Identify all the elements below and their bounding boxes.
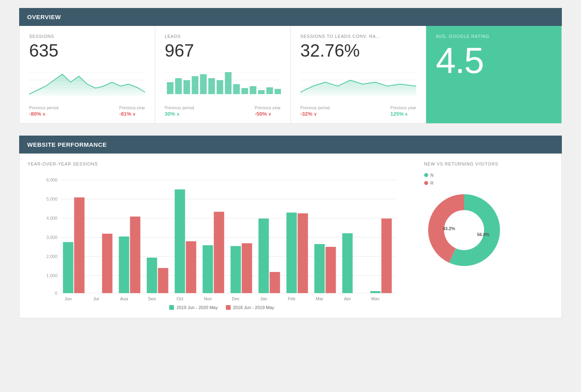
conversion-prev-year-value: 125%: [390, 111, 416, 117]
svg-text:Jun: Jun: [65, 296, 72, 300]
svg-rect-17: [258, 90, 265, 94]
svg-rect-11: [208, 78, 215, 94]
svg-rect-45: [175, 189, 185, 293]
donut-chart: 43.2% 56.8%: [424, 190, 504, 270]
svg-rect-47: [203, 245, 213, 293]
google-rating-label: AVG. GOOGLE RATING: [436, 34, 552, 39]
new-visitors-dot: [424, 173, 428, 177]
leads-period-arrow-up: [176, 111, 180, 117]
sessions-prev-year-value: -81%: [119, 111, 145, 117]
donut-legend-returning: R: [424, 181, 554, 185]
svg-rect-8: [183, 80, 190, 94]
svg-rect-49: [231, 246, 241, 293]
svg-rect-40: [102, 234, 113, 293]
svg-rect-15: [241, 88, 248, 94]
sessions-year-arrow-down: [132, 111, 136, 117]
leads-label: LEADS: [165, 34, 281, 39]
svg-text:5,000: 5,000: [46, 197, 57, 201]
svg-rect-56: [326, 247, 336, 293]
svg-rect-43: [147, 258, 157, 293]
svg-text:Sep: Sep: [148, 296, 156, 300]
conversion-label: SESSIONS TO LEADS CONV. RA...: [300, 34, 417, 39]
returning-visitors-dot: [424, 181, 428, 185]
overview-title: OVERVIEW: [27, 14, 61, 20]
conversion-prev-year: Previous year 125%: [390, 106, 416, 117]
leads-comparison: Previous period 30% Previous year -50%: [165, 106, 281, 117]
performance-section: WEBSITE PERFORMANCE YEAR-OVER-YEAR SESSI…: [19, 136, 562, 318]
sessions-chart: [29, 64, 145, 96]
conversion-prev-period-value: -32%: [300, 111, 330, 117]
svg-rect-19: [275, 89, 281, 94]
svg-rect-50: [242, 243, 252, 293]
leads-chart: [165, 64, 281, 96]
svg-rect-12: [217, 80, 223, 94]
conversion-prev-period-label: Previous period: [300, 106, 330, 110]
svg-text:Jan: Jan: [260, 296, 267, 300]
svg-text:1,000: 1,000: [46, 273, 57, 278]
leads-card: LEADS 967: [155, 26, 291, 123]
svg-text:Mar: Mar: [316, 296, 323, 300]
svg-rect-55: [314, 244, 325, 293]
legend-2019-dot: [169, 305, 174, 310]
new-visitors-label: N: [431, 173, 434, 177]
sessions-prev-period: Previous period -80%: [29, 106, 59, 117]
svg-rect-37: [63, 242, 73, 293]
legend-2018: 2018 Jun - 2019 May: [226, 305, 274, 310]
leads-prev-year: Previous year -50%: [255, 106, 281, 117]
svg-text:Nov: Nov: [204, 296, 212, 300]
svg-rect-46: [186, 241, 196, 293]
sessions-comparison: Previous period -80% Previous year -81%: [29, 106, 145, 117]
leads-prev-year-label: Previous year: [255, 106, 281, 110]
svg-rect-42: [130, 217, 140, 293]
metrics-row: SESSIONS 635: [19, 26, 562, 124]
svg-rect-16: [250, 86, 257, 94]
overview-header: OVERVIEW: [19, 8, 562, 26]
conversion-prev-year-label: Previous year: [390, 106, 416, 110]
svg-text:Apr: Apr: [344, 296, 351, 300]
year-over-year-chart: 6,000 5,000 4,000 3,000 2,000 1,000 0: [28, 173, 416, 300]
conversion-prev-period: Previous period -32%: [300, 106, 330, 117]
svg-text:6,000: 6,000: [46, 177, 57, 182]
legend-2019-label: 2019 Jun - 2020 May: [176, 305, 217, 310]
svg-rect-60: [381, 219, 392, 293]
svg-text:May: May: [371, 296, 379, 300]
sessions-prev-period-label: Previous period: [29, 106, 59, 110]
bar-chart-title: YEAR-OVER-YEAR SESSIONS: [28, 162, 416, 166]
bar-chart-container: YEAR-OVER-YEAR SESSIONS 6,000 5,000 4,00…: [28, 162, 416, 310]
svg-rect-48: [214, 212, 224, 293]
leads-value: 967: [165, 42, 281, 59]
sessions-prev-year-label: Previous year: [119, 106, 145, 110]
legend-2018-label: 2018 Jun - 2019 May: [233, 305, 274, 310]
svg-text:2,000: 2,000: [46, 254, 57, 259]
svg-rect-52: [270, 272, 280, 293]
performance-title: WEBSITE PERFORMANCE: [27, 141, 107, 148]
svg-text:Jul: Jul: [93, 296, 99, 300]
donut-legend: N R: [424, 173, 554, 185]
dashboard: OVERVIEW SESSIONS 635: [19, 8, 562, 318]
legend-2019: 2019 Jun - 2020 May: [169, 305, 217, 310]
donut-chart-container: NEW VS RETURNING VISITORS N R: [424, 162, 554, 310]
svg-rect-9: [192, 76, 198, 94]
donut-legend-new: N: [424, 173, 554, 177]
google-rating-value: 4.5: [436, 43, 552, 79]
leads-prev-year-value: -50%: [255, 111, 281, 117]
svg-rect-13: [225, 72, 231, 94]
legend-2018-dot: [226, 305, 231, 310]
conversion-value: 32.76%: [300, 42, 417, 59]
svg-text:3,000: 3,000: [46, 235, 57, 240]
overview-section: OVERVIEW SESSIONS 635: [19, 8, 562, 124]
svg-text:43.2%: 43.2%: [443, 226, 455, 231]
donut-chart-title: NEW VS RETURNING VISITORS: [424, 162, 554, 166]
leads-prev-period: Previous period 30%: [165, 106, 194, 117]
svg-rect-54: [298, 213, 308, 293]
bar-chart-legend: 2019 Jun - 2020 May 2018 Jun - 2019 May: [28, 305, 416, 310]
svg-rect-6: [167, 82, 174, 94]
sessions-label: SESSIONS: [29, 34, 145, 39]
sessions-value: 635: [29, 42, 145, 59]
svg-text:4,000: 4,000: [46, 216, 57, 221]
leads-prev-period-value: 30%: [165, 111, 194, 117]
svg-rect-44: [158, 268, 168, 293]
leads-year-arrow-down: [268, 111, 271, 117]
sessions-prev-period-value: -80%: [29, 111, 59, 117]
returning-visitors-label: R: [431, 181, 434, 185]
